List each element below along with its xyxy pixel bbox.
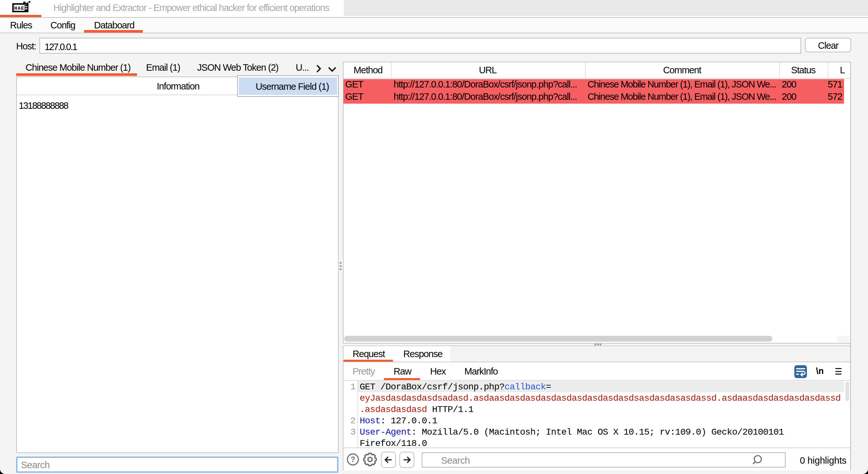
svg-text:HAE: HAE (14, 6, 24, 11)
svg-text:?: ? (351, 455, 355, 464)
